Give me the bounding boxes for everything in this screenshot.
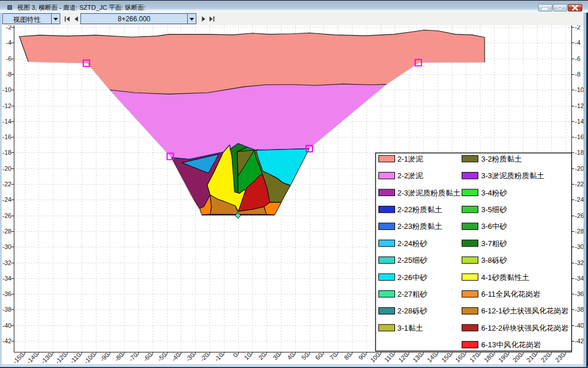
svg-text:-10: -10 [213,351,225,363]
svg-text:70: 70 [328,351,338,361]
svg-text:80: 80 [343,351,353,361]
svg-text:-32: -32 [575,259,584,266]
svg-text:-12: -12 [2,102,11,109]
svg-text:2-1淤泥: 2-1淤泥 [397,155,423,163]
svg-text:-16: -16 [2,133,11,140]
svg-text:-30: -30 [2,243,11,250]
svg-text:-6: -6 [6,55,11,62]
svg-text:220: 220 [539,351,551,363]
svg-text:-40: -40 [575,322,584,329]
svg-text:-110: -110 [68,351,82,363]
svg-text:-22: -22 [575,181,584,187]
svg-text:200: 200 [511,351,523,363]
svg-text:-16: -16 [575,133,584,140]
svg-text:6-11全风化花岗岩: 6-11全风化花岗岩 [481,290,540,298]
svg-text:230: 230 [554,351,566,363]
svg-text:-6: -6 [575,55,581,62]
svg-text:-18: -18 [575,149,584,156]
svg-text:2-27粗砂: 2-27粗砂 [397,290,428,298]
svg-text:3-6中砂: 3-6中砂 [481,222,508,231]
svg-text:-40: -40 [2,322,11,329]
svg-text:-14: -14 [575,118,584,125]
svg-text:110: 110 [383,351,395,363]
svg-text:180: 180 [482,351,494,363]
svg-text:-120: -120 [54,351,68,363]
svg-text:-2: -2 [575,25,581,30]
svg-text:170: 170 [468,351,480,363]
svg-text:-28: -28 [2,228,11,235]
svg-text:-90: -90 [99,351,110,363]
svg-text:2-28砾砂: 2-28砾砂 [397,306,428,315]
svg-text:150: 150 [440,351,452,363]
svg-text:-12: -12 [575,102,584,109]
svg-text:6-12-1砂土状强风化花岗岩: 6-12-1砂土状强风化花岗岩 [481,306,568,315]
svg-text:6-13中风化花岗岩: 6-13中风化花岗岩 [481,340,541,349]
svg-text:130: 130 [411,351,423,363]
svg-text:60: 60 [314,351,324,361]
svg-text:-50: -50 [156,351,168,363]
svg-text:-30: -30 [575,243,584,250]
svg-text:3-8砾砂: 3-8砾砂 [481,256,508,264]
svg-text:-14: -14 [2,118,11,125]
svg-text:2-3淤泥质粉质黏土: 2-3淤泥质粉质黏土 [397,189,461,197]
svg-text:-130: -130 [40,351,53,363]
svg-text:-42: -42 [575,338,584,344]
svg-text:120: 120 [397,351,409,363]
svg-text:140: 140 [425,351,438,363]
svg-text:160: 160 [454,351,466,363]
svg-text:-28: -28 [575,228,584,235]
svg-text:3-4粉砂: 3-4粉砂 [481,189,508,197]
svg-text:-26: -26 [2,212,11,219]
svg-text:20: 20 [257,351,267,361]
svg-text:-24: -24 [575,196,584,203]
svg-text:-26: -26 [575,212,584,219]
svg-text:10: 10 [243,351,253,361]
svg-text:40: 40 [286,351,296,361]
svg-text:30: 30 [272,351,281,361]
svg-text:-8: -8 [6,71,11,78]
svg-text:3-1黏土: 3-1黏土 [397,324,423,332]
svg-text:-4: -4 [575,39,581,46]
svg-text:3-3淤泥质粉质黏土: 3-3淤泥质粉质黏土 [481,171,544,180]
svg-text:-34: -34 [2,275,11,282]
svg-text:-34: -34 [575,275,584,282]
svg-text:90: 90 [357,351,367,361]
svg-text:-42: -42 [2,338,11,344]
svg-text:-2: -2 [6,25,11,30]
svg-text:-36: -36 [2,290,11,297]
svg-text:50: 50 [300,351,310,361]
svg-text:-70: -70 [127,351,139,363]
svg-text:2-2淤泥: 2-2淤泥 [397,171,423,180]
svg-text:-150: -150 [11,351,25,363]
svg-text:4-1砂质黏性土: 4-1砂质黏性土 [481,273,529,282]
svg-text:3-7粗砂: 3-7粗砂 [481,239,508,248]
svg-text:3-2粉质黏土: 3-2粉质黏土 [481,155,522,163]
svg-text:-10: -10 [575,86,584,93]
svg-text:-22: -22 [2,181,11,187]
svg-text:-38: -38 [575,306,584,313]
svg-text:-10: -10 [2,86,11,93]
svg-text:-140: -140 [25,351,39,363]
svg-text:-20: -20 [2,165,11,172]
svg-text:2-23粉质黏土: 2-23粉质黏土 [397,222,442,231]
svg-text:6-12-2碎块状强风化花岗岩: 6-12-2碎块状强风化花岗岩 [481,324,568,332]
svg-text:2-26中砂: 2-26中砂 [397,273,428,282]
svg-text:210: 210 [525,351,537,363]
svg-text:-18: -18 [2,149,11,156]
svg-text:-32: -32 [2,259,11,266]
svg-text:-30: -30 [184,351,196,363]
svg-text:-60: -60 [142,351,153,363]
svg-text:2-25细砂: 2-25细砂 [397,256,428,264]
svg-text:-4: -4 [6,39,11,46]
svg-text:100: 100 [369,351,381,363]
svg-text:3-5细砂: 3-5细砂 [481,205,508,214]
svg-text:-100: -100 [83,351,96,363]
svg-text:190: 190 [497,351,509,363]
svg-text:-80: -80 [113,351,125,363]
svg-text:-20: -20 [575,165,584,172]
svg-text:2-22粉质黏土: 2-22粉质黏土 [397,205,442,214]
svg-text:-38: -38 [2,306,11,313]
svg-text:-24: -24 [2,196,11,203]
svg-text:-40: -40 [170,351,181,363]
svg-text:-36: -36 [575,290,584,297]
